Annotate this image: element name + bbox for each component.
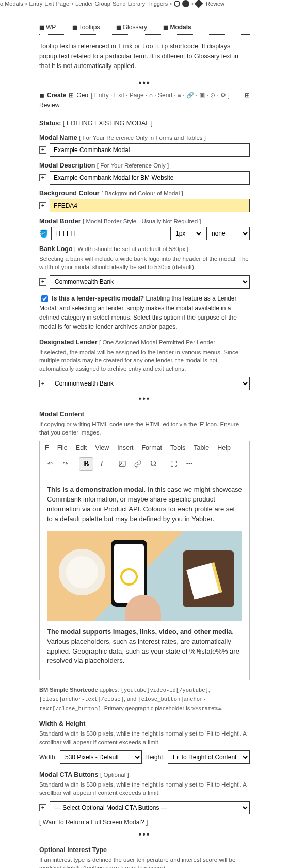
editor-image-placeholder (47, 531, 242, 621)
shortcode-note: BM Simple Shortcode applies: [youtube]vi… (39, 686, 250, 713)
bold-icon[interactable]: B (79, 457, 93, 471)
bank-logo-label: Bank Logo [ Width should be set at a def… (39, 245, 250, 253)
interest-label: Optional Interest Type (39, 846, 250, 854)
expand-icon[interactable]: + (39, 804, 46, 811)
expand-icon[interactable]: + (39, 146, 46, 154)
editor-menu-table[interactable]: Table (194, 444, 209, 452)
width-height-help: Standard width is 530 pixels, while the … (39, 729, 250, 746)
modal-desc-label: Modal Description [ For Your Reference O… (39, 162, 250, 169)
special-char-icon[interactable]: Ω (146, 457, 160, 471)
nav-item[interactable]: Library (128, 1, 146, 7)
expand-icon[interactable]: + (39, 174, 46, 181)
lender-specific-row: Is this a lender-specific modal? Enablin… (39, 294, 250, 331)
action-bracket: [ Entry · Exit · Page · ⌂ · Send · ≡ · 🔗… (91, 92, 230, 99)
editor-content[interactable]: This is a demonstration modal. In this c… (40, 473, 249, 680)
designated-lender-help: If selected, the modal will be assigned … (39, 348, 250, 373)
bank-logo-help: Selecting a bank will include a wide ban… (39, 255, 250, 271)
modal-content-help: If copying or writing HTML code use the … (39, 420, 250, 437)
editor-menubar: F File Edit View Insert Format Tools Tab… (40, 441, 249, 455)
editor-menu-view[interactable]: View (95, 444, 109, 452)
create-link[interactable]: Create (47, 92, 66, 99)
link-icon[interactable] (131, 457, 145, 471)
width-label: Width: (39, 754, 57, 761)
height-select[interactable]: Fit to Height of Content (168, 750, 250, 764)
border-style-select[interactable]: none (206, 227, 250, 240)
designated-lender-label: Designated Lender [ One Assigned Modal P… (39, 339, 250, 346)
svg-rect-0 (119, 461, 125, 467)
review-link[interactable]: Review (39, 102, 59, 109)
status-line: Status: [ EDITING EXISTING MODAL ] (39, 120, 250, 127)
editor-menu-tools[interactable]: Tools (170, 444, 185, 452)
diamond-icon[interactable] (194, 0, 203, 8)
geo-link[interactable]: Geo (76, 92, 88, 99)
modal-content-label: Modal Content (39, 411, 250, 418)
top-nav: o Modals• Entry Exit Page• Lender Group … (0, 0, 289, 9)
nav-item[interactable]: o Modals (0, 1, 23, 7)
expand-icon[interactable]: + (39, 380, 46, 387)
nav-item[interactable]: Page (56, 1, 70, 7)
editor-menu-f[interactable]: F (45, 444, 49, 452)
border-colour-input[interactable] (51, 227, 167, 240)
cta-label: Modal CTA Buttons [ Optional ] (39, 771, 250, 778)
ellipsis-icon: ••• (39, 394, 250, 404)
paint-bucket-icon[interactable]: 🪣 (39, 229, 48, 238)
tab-wp[interactable]: ◼WP (39, 24, 63, 31)
interest-help: If an interest type is defined the user … (39, 856, 250, 868)
rich-text-editor: F File Edit View Insert Format Tools Tab… (39, 441, 250, 680)
border-label: Modal Border [ Modal Border Style - Usua… (39, 218, 250, 225)
modal-desc-input[interactable] (50, 171, 250, 185)
circle-icon[interactable] (174, 1, 180, 7)
action-row: ◼Create ⊞Geo [ Entry · Exit · Page · ⌂ ·… (39, 92, 250, 109)
undo-icon[interactable]: ↶ (43, 457, 57, 471)
filled-circle-icon[interactable] (182, 0, 189, 7)
bg-colour-label: Background Colour [ Background Colour of… (39, 190, 250, 197)
ellipsis-icon: ••• (39, 830, 250, 839)
modal-name-input[interactable] (50, 143, 250, 157)
border-width-select[interactable]: 1px (170, 227, 203, 240)
nav-review[interactable]: Review (206, 1, 224, 7)
image-icon[interactable] (115, 457, 130, 471)
intro-text: Tooltip text is referenced in link or to… (39, 42, 250, 71)
bg-colour-input[interactable] (50, 199, 250, 212)
editor-menu-file[interactable]: File (57, 444, 68, 452)
expand-icon[interactable]: + (39, 278, 46, 286)
designated-lender-select[interactable]: Commonwealth Bank (50, 377, 250, 390)
module-tabs: ◼WP ◼Tooltips ◼Glossary ◼Modals (39, 24, 250, 31)
nav-item[interactable]: Send (113, 1, 126, 7)
italic-icon[interactable]: I (94, 457, 109, 471)
more-icon[interactable]: ••• (182, 457, 197, 471)
height-label: Height: (145, 754, 165, 761)
editor-menu-insert[interactable]: Insert (117, 444, 133, 452)
fullscreen-icon[interactable] (167, 457, 181, 471)
tab-tooltips[interactable]: ◼Tooltips (72, 24, 107, 31)
fullscreen-link[interactable]: [ Want to Return a Full Screen Modal? ] (39, 819, 250, 826)
width-height-label: Width & Height (39, 720, 250, 727)
divider (39, 112, 250, 112)
modal-name-label: Modal Name [ For Your Reference Only in … (39, 134, 250, 141)
bank-logo-select[interactable]: Commonwealth Bank (50, 275, 250, 289)
editor-toolbar: ↶ ↷ B I Ω ••• (40, 455, 249, 473)
nav-item[interactable]: Lender Group (75, 1, 110, 7)
nav-item[interactable]: Exit (44, 1, 54, 7)
cta-help: Standard width is 530 pixels, while the … (39, 780, 250, 797)
editor-menu-format[interactable]: Format (141, 444, 162, 452)
nav-item[interactable]: Entry (29, 1, 43, 7)
lender-specific-checkbox[interactable] (41, 295, 48, 302)
ellipsis-icon: ••• (39, 78, 250, 88)
divider (39, 34, 250, 35)
editor-menu-help[interactable]: Help (217, 444, 231, 452)
tab-modals[interactable]: ◼Modals (163, 24, 198, 31)
redo-icon[interactable]: ↷ (58, 457, 73, 471)
expand-icon[interactable]: + (39, 202, 46, 209)
editor-menu-edit[interactable]: Edit (76, 444, 87, 452)
cta-select[interactable]: --- Select Optional Modal CTA Buttons --… (50, 801, 250, 814)
width-select[interactable]: 530 Pixels - Default (60, 750, 142, 764)
nav-item[interactable]: Triggers (147, 1, 168, 7)
tab-glossary[interactable]: ◼Glossary (116, 24, 154, 31)
